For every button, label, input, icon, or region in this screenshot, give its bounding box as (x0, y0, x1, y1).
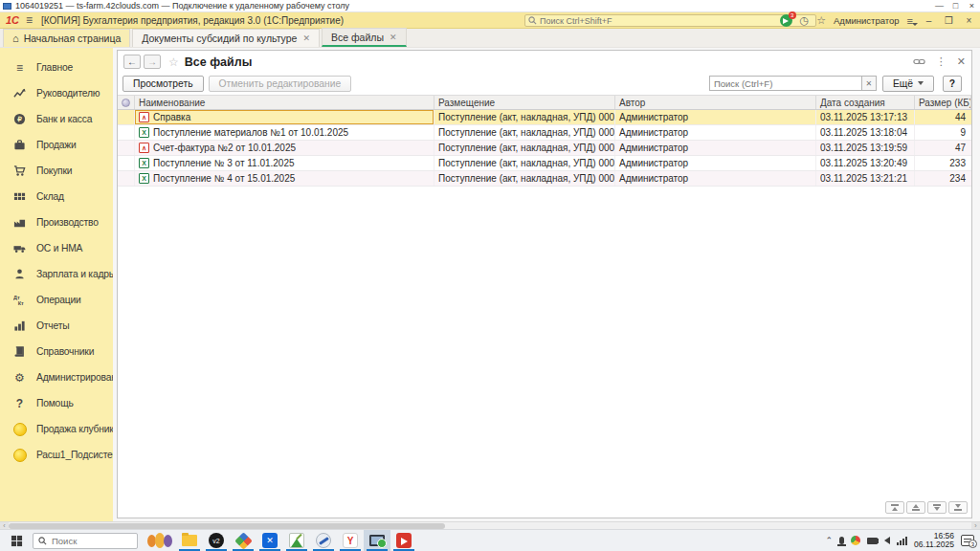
file-size: 233 (915, 156, 971, 170)
sidebar-item-salary[interactable]: Зарплата и кадры (0, 261, 113, 287)
rdp-horizontal-scrollbar[interactable]: ‹ › (0, 521, 980, 529)
sidebar-item-help[interactable]: ? Помощь (0, 390, 113, 416)
page-up-button[interactable] (906, 501, 925, 514)
sidebar-item-warehouse[interactable]: Склад (0, 184, 113, 209)
close-icon[interactable]: ✕ (302, 33, 310, 43)
file-name: Поступление материалов №1 от 10.01.2025 (153, 125, 348, 140)
file-created: 03.11.2025 13:18:04 (816, 125, 915, 140)
truck-icon (12, 241, 27, 255)
tray-app-icon[interactable] (851, 536, 860, 545)
start-button[interactable] (0, 530, 33, 551)
svg-text:Кт: Кт (18, 300, 24, 306)
yandex-browser-icon[interactable]: Y (337, 530, 364, 551)
sidebar-item-bank[interactable]: ₽ Банк и касса (0, 106, 113, 132)
global-search[interactable] (524, 14, 816, 27)
forward-button[interactable]: → (144, 55, 161, 69)
view-button[interactable]: Просмотреть (122, 76, 204, 92)
microphone-icon[interactable] (839, 537, 844, 544)
person-icon (12, 267, 27, 281)
list-pager (885, 501, 968, 514)
page-down-button[interactable] (927, 501, 947, 514)
current-user[interactable]: Администратор (834, 15, 900, 26)
taskbar-clock[interactable]: 16:56 06.11.2025 (914, 532, 954, 550)
editor-app-icon[interactable] (310, 530, 337, 551)
app-minimize-icon[interactable]: – (923, 15, 935, 26)
main-menu-icon[interactable]: ≡ (26, 13, 33, 27)
tab-documents[interactable]: Документы субсидий по культуре ✕ (132, 29, 320, 47)
sidebar-item-strawberry-sale[interactable]: Продажа клубники (0, 416, 113, 442)
go-to-bottom-button[interactable] (948, 501, 968, 514)
1c-logo[interactable]: 1С (6, 14, 19, 26)
red-app-icon[interactable] (390, 530, 417, 551)
help-button[interactable]: ? (943, 76, 962, 92)
more-button[interactable]: Ещё (882, 76, 934, 92)
action-center-icon[interactable]: 3 (961, 535, 974, 546)
file-name: Счет-фактура №2 от 10.01.2025 (153, 141, 296, 155)
sidebar-item-fixed-assets[interactable]: ОС и НМА (0, 235, 113, 261)
history-icon[interactable]: ◷ (800, 14, 810, 27)
app-close-icon[interactable]: × (963, 15, 975, 26)
sidebar: ≡ Главное Руководителю ₽ Банк и касса Пр (0, 48, 113, 521)
sidebar-item-ext-subsystem[interactable]: Расш1_Подсистема1 (0, 442, 113, 468)
remote-desktop-icon[interactable] (364, 530, 390, 551)
blue-app-icon[interactable] (256, 530, 283, 551)
sidebar-item-production[interactable]: Производство (0, 209, 113, 235)
tab-home[interactable]: ⌂ Начальная страница (3, 29, 130, 47)
tab-bar: ⌂ Начальная страница Документы субсидий … (0, 29, 980, 48)
sidebar-item-directories[interactable]: Справочники (0, 339, 113, 364)
sidebar-item-sales[interactable]: Продажи (0, 132, 113, 158)
home-icon: ⌂ (12, 33, 19, 44)
42clouds-app-icon[interactable] (230, 530, 256, 551)
list-search-input[interactable] (710, 78, 861, 89)
sidebar-item-operations[interactable]: ДтКт Операции (0, 287, 113, 313)
column-header-size[interactable]: Размер (КБ) (915, 96, 971, 109)
gear-icon: ⚙ (12, 370, 27, 385)
sidebar-item-administration[interactable]: ⚙ Администрирование (0, 364, 113, 390)
column-header-created[interactable]: Дата создания (816, 96, 915, 109)
favorites-star-icon[interactable]: ☆ (816, 14, 826, 27)
spreadsheet-app-icon[interactable] (283, 530, 310, 551)
widgets-icon[interactable] (145, 530, 174, 551)
link-icon[interactable] (913, 57, 925, 66)
sidebar-item-reports[interactable]: Отчеты (0, 313, 113, 339)
rdp-close-icon[interactable]: × (964, 0, 980, 11)
table-row[interactable]: XПоступление № 4 от 15.01.2025 Поступлен… (118, 171, 971, 187)
file-explorer-icon[interactable] (176, 530, 203, 551)
tab-home-label: Начальная страница (24, 33, 122, 44)
column-header-name[interactable]: Наименование (135, 96, 434, 109)
discussions-icon[interactable]: 3 (780, 14, 792, 27)
kebab-menu-icon[interactable]: ⋮ (936, 55, 947, 68)
app-restore-icon[interactable]: ❒ (943, 15, 955, 26)
tray-expand-icon[interactable]: ⌃ (826, 536, 834, 545)
state-column-header[interactable] (118, 96, 135, 109)
column-header-author[interactable]: Автор (615, 96, 816, 109)
table-row[interactable]: XПоступление № 3 от 11.01.2025 Поступлен… (118, 156, 971, 171)
favorite-star-icon[interactable]: ☆ (168, 55, 179, 69)
tab-all-files[interactable]: Все файлы ✕ (322, 28, 407, 47)
app-title: [КОПИЯ] Бухгалтерия предприятия, редакци… (41, 15, 344, 26)
panel-close-icon[interactable]: ✕ (957, 55, 966, 68)
speaker-icon[interactable] (884, 537, 890, 544)
v2-app-icon[interactable]: v2 (203, 530, 230, 551)
global-search-input[interactable] (540, 16, 815, 26)
panel-toolbar: Просмотреть Отменить редактирование ✕ Ещ… (118, 73, 971, 94)
book-icon (12, 344, 27, 359)
sidebar-item-main[interactable]: ≡ Главное (0, 55, 113, 80)
network-icon[interactable] (897, 537, 907, 545)
clear-search-icon[interactable]: ✕ (862, 76, 877, 91)
rdp-maximize-icon[interactable]: □ (947, 0, 964, 11)
grid-icon (12, 189, 27, 204)
table-row[interactable]: ∧Счет-фактура №2 от 10.01.2025 Поступлен… (118, 141, 971, 156)
sidebar-item-manager[interactable]: Руководителю (0, 80, 113, 106)
go-to-top-button[interactable] (885, 501, 904, 514)
list-search[interactable] (709, 76, 862, 91)
back-button[interactable]: ← (123, 55, 141, 69)
table-row[interactable]: XПоступление материалов №1 от 10.01.2025… (118, 125, 971, 141)
close-icon[interactable]: ✕ (390, 33, 397, 42)
table-row[interactable]: ∧Справка Поступление (акт, накладная, УП… (118, 110, 971, 125)
rdp-minimize-icon[interactable]: — (931, 0, 947, 11)
taskbar-search[interactable] (33, 533, 138, 549)
column-header-location[interactable]: Размещение (434, 96, 615, 109)
service-menu-icon[interactable]: ≡ (907, 15, 915, 27)
sidebar-item-purchases[interactable]: Покупки (0, 158, 113, 184)
